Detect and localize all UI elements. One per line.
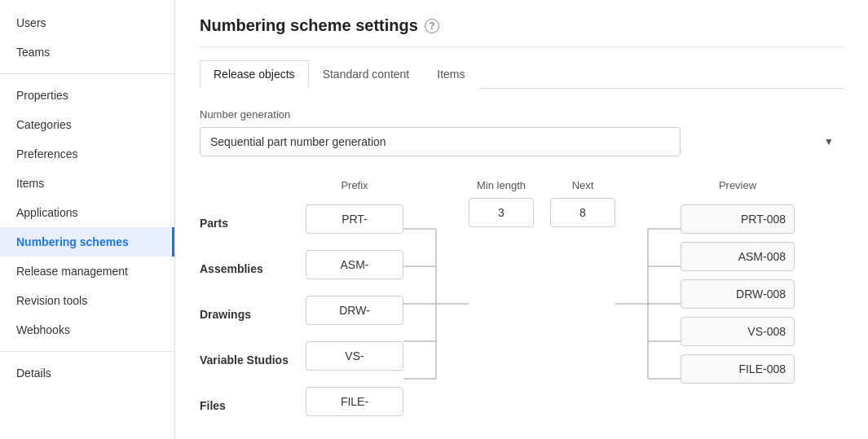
middle-cols: Min length 3 Next 8 <box>469 179 615 227</box>
help-icon[interactable]: ? <box>425 19 439 33</box>
preview-input[interactable] <box>681 204 795 234</box>
tabs-bar: Release objects Standard content Items <box>200 60 844 89</box>
middle-section: Min length 3 Next 8 <box>469 179 615 227</box>
prefix-input[interactable] <box>306 387 403 416</box>
sidebar-divider-1 <box>0 73 174 74</box>
sidebar-item-webhooks[interactable]: Webhooks <box>0 315 174 345</box>
table-row: Drawings <box>200 296 403 333</box>
rows-container: PartsAssembliesDrawingsVariable StudiosF… <box>200 204 403 432</box>
next-header: Next <box>572 179 594 191</box>
next-input[interactable]: 8 <box>550 198 615 227</box>
right-connector-svg <box>615 210 681 397</box>
preview-input[interactable] <box>681 279 795 309</box>
row-label: Files <box>200 399 306 412</box>
prefix-input[interactable] <box>306 204 403 234</box>
preview-header: Preview <box>681 179 795 198</box>
preview-input[interactable] <box>681 317 795 346</box>
sidebar-item-items[interactable]: Items <box>0 169 174 198</box>
dropdown-arrow-icon: ▼ <box>824 136 834 147</box>
page-title-row: Numbering scheme settings ? <box>200 16 844 47</box>
row-label: Parts <box>200 217 306 230</box>
sidebar-item-details[interactable]: Details <box>0 358 174 388</box>
page-title: Numbering scheme settings <box>200 16 418 35</box>
prefix-input[interactable] <box>306 296 403 325</box>
sidebar-item-revision-tools[interactable]: Revision tools <box>0 286 174 315</box>
schema-layout: Prefix PartsAssembliesDrawingsVariable S… <box>200 179 844 432</box>
dropdown-wrapper: Sequential part number generation ▼ <box>200 127 844 156</box>
table-row: Variable Studios <box>200 341 403 379</box>
prefix-input[interactable] <box>306 250 403 279</box>
min-length-col: Min length 3 <box>469 179 534 227</box>
preview-input[interactable] <box>681 242 795 271</box>
tab-release-objects[interactable]: Release objects <box>200 60 309 89</box>
sidebar-item-applications[interactable]: Applications <box>0 198 174 227</box>
sidebar-item-users[interactable]: Users <box>0 8 174 37</box>
sidebar-item-numbering-schemes[interactable]: Numbering schemes <box>0 227 174 257</box>
row-label: Variable Studios <box>200 353 306 367</box>
sidebar-divider-2 <box>0 351 174 352</box>
prefix-input[interactable] <box>306 341 403 371</box>
number-generation-label: Number generation <box>200 108 844 121</box>
number-generation-dropdown[interactable]: Sequential part number generation <box>200 127 681 156</box>
row-label: Drawings <box>200 308 306 321</box>
sidebar-item-release-management[interactable]: Release management <box>0 257 174 286</box>
labels-prefix-section: Prefix PartsAssembliesDrawingsVariable S… <box>200 179 403 432</box>
table-row: Files <box>200 387 403 424</box>
left-connector-svg <box>403 210 469 397</box>
left-connectors <box>403 179 469 400</box>
table-row: Assemblies <box>200 250 403 288</box>
sidebar: Users Teams Properties Categories Prefer… <box>0 0 175 439</box>
preview-section: Preview <box>681 179 795 392</box>
tab-items[interactable]: Items <box>423 60 478 89</box>
sidebar-item-properties[interactable]: Properties <box>0 81 174 110</box>
prefix-header: Prefix <box>306 179 403 191</box>
sidebar-item-teams[interactable]: Teams <box>0 37 174 67</box>
col-headers-left: Prefix <box>200 179 403 198</box>
tab-standard-content[interactable]: Standard content <box>309 60 424 89</box>
sidebar-item-preferences[interactable]: Preferences <box>0 139 174 169</box>
preview-input[interactable] <box>681 354 795 384</box>
row-label: Assemblies <box>200 262 306 275</box>
min-length-input[interactable]: 3 <box>469 198 534 227</box>
main-content: Numbering scheme settings ? Release obje… <box>175 0 868 439</box>
sidebar-item-categories[interactable]: Categories <box>0 110 174 139</box>
min-length-header: Min length <box>477 179 526 191</box>
right-connectors <box>615 179 681 400</box>
table-row: Parts <box>200 204 403 242</box>
next-col: Next 8 <box>550 179 615 227</box>
preview-container <box>681 204 795 392</box>
